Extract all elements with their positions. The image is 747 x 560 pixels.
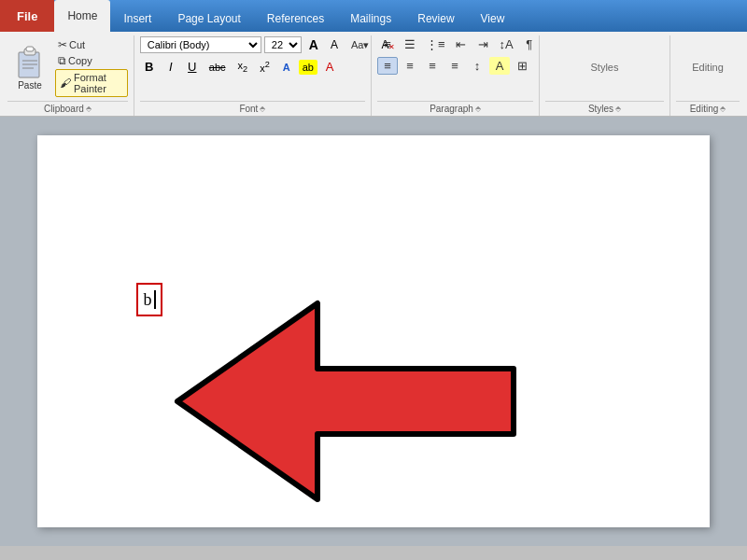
para-row-1: ≡ ☰ ⋮≡ ⇤ ⇥ ↕A ¶: [377, 35, 540, 53]
shrink-font-button[interactable]: A: [325, 36, 344, 53]
title-bar: File Home Insert Page Layout References …: [0, 0, 747, 32]
clipboard-items: Paste ✂ Cut ⧉ Copy 🖌 Format Painter: [7, 35, 128, 99]
text-cursor-box: b: [136, 283, 162, 316]
font-expand-icon[interactable]: ⬘: [260, 105, 265, 113]
font-items: Calibri (Body) 22 A A Aa▾ A✕ B I: [140, 35, 365, 99]
styles-expand-icon[interactable]: ⬘: [615, 105, 621, 113]
font-size-buttons: A A: [304, 35, 344, 54]
copy-button[interactable]: ⧉ Copy: [55, 53, 128, 68]
show-paragraph-button[interactable]: ¶: [519, 35, 540, 53]
tab-mailings[interactable]: Mailings: [337, 6, 404, 32]
clipboard-expand-icon[interactable]: ⬘: [86, 105, 92, 113]
font-size-select[interactable]: 22: [264, 36, 302, 53]
paste-button[interactable]: Paste: [7, 41, 52, 94]
svg-rect-2: [26, 47, 34, 51]
paragraph-items: ≡ ☰ ⋮≡ ⇤ ⇥ ↕A ¶ ≡ ≡ ≡ ≡ ↕ A ⊞: [377, 35, 533, 99]
para-row-2: ≡ ≡ ≡ ≡ ↕ A ⊞: [377, 57, 532, 75]
tab-references[interactable]: References: [254, 6, 337, 32]
styles-group: Styles Styles ⬘: [540, 35, 670, 116]
strikethrough-button[interactable]: abc: [204, 60, 231, 75]
copy-icon: ⧉: [58, 54, 66, 67]
tab-insert[interactable]: Insert: [110, 6, 164, 32]
paste-label: Paste: [18, 80, 42, 91]
bullets-button[interactable]: ≡: [377, 35, 398, 53]
highlight-button[interactable]: ab: [299, 60, 317, 75]
ribbon-content: Paste ✂ Cut ⧉ Copy 🖌 Format Painter: [0, 32, 747, 116]
font-row-2: B I U abc x2 x2 A ab A: [140, 58, 339, 76]
clipboard-group-label: Clipboard ⬘: [7, 101, 128, 116]
editing-items: Editing: [676, 35, 740, 99]
font-group: Calibri (Body) 22 A A Aa▾ A✕ B I: [134, 35, 372, 116]
svg-marker-6: [177, 303, 514, 499]
styles-label: Styles: [591, 62, 619, 73]
editing-group: Editing Editing ⬘: [670, 35, 745, 116]
editing-group-label: Editing ⬘: [676, 101, 740, 116]
scissors-icon: ✂: [58, 38, 67, 51]
shading-button[interactable]: A: [489, 57, 510, 75]
font-color-button[interactable]: A: [320, 58, 339, 76]
font-group-label: Font ⬘: [140, 101, 365, 116]
decrease-indent-button[interactable]: ⇤: [451, 35, 472, 53]
paragraph-expand-icon[interactable]: ⬘: [475, 105, 481, 113]
tab-home[interactable]: Home: [54, 0, 110, 32]
tab-review[interactable]: Review: [404, 6, 467, 32]
tab-view[interactable]: View: [468, 6, 518, 32]
document-page[interactable]: b: [37, 135, 710, 527]
font-name-select[interactable]: Calibri (Body): [140, 36, 261, 53]
text-effects-button[interactable]: A: [277, 60, 296, 75]
paragraph-group: ≡ ☰ ⋮≡ ⇤ ⇥ ↕A ¶ ≡ ≡ ≡ ≡ ↕ A ⊞: [372, 35, 540, 116]
underline-button[interactable]: U: [183, 58, 202, 76]
clipboard-small-buttons: ✂ Cut ⧉ Copy 🖌 Format Painter: [55, 37, 128, 97]
numbering-button[interactable]: ☰: [400, 35, 420, 53]
font-row-1: Calibri (Body) 22 A A Aa▾ A✕: [140, 35, 401, 54]
justify-button[interactable]: ≡: [444, 57, 465, 75]
arrow-svg: [168, 294, 523, 509]
align-right-button[interactable]: ≡: [422, 57, 443, 75]
italic-button[interactable]: I: [162, 58, 180, 76]
cursor-character: b: [144, 290, 152, 310]
styles-items: Styles: [545, 35, 664, 99]
editing-label: Editing: [692, 62, 724, 73]
format-painter-button[interactable]: 🖌 Format Painter: [55, 69, 128, 97]
paste-icon: [15, 45, 45, 80]
align-center-button[interactable]: ≡: [400, 57, 420, 75]
styles-group-label: Styles ⬘: [545, 101, 664, 116]
editing-expand-icon[interactable]: ⬘: [720, 105, 726, 113]
increase-indent-button[interactable]: ⇥: [473, 35, 494, 53]
subscript-button[interactable]: x2: [233, 58, 253, 76]
cut-button[interactable]: ✂ Cut: [55, 37, 128, 52]
border-button[interactable]: ⊞: [512, 57, 532, 75]
multilevel-list-button[interactable]: ⋮≡: [422, 35, 449, 53]
clipboard-group: Paste ✂ Cut ⧉ Copy 🖌 Format Painter: [2, 35, 134, 116]
file-tab[interactable]: File: [0, 0, 54, 32]
superscript-button[interactable]: x2: [255, 58, 275, 76]
change-case-button[interactable]: Aa▾: [346, 37, 374, 53]
grow-font-button[interactable]: A: [304, 35, 323, 54]
document-area: b: [0, 117, 747, 546]
sort-button[interactable]: ↕A: [496, 35, 517, 53]
line-spacing-button[interactable]: ↕: [467, 57, 487, 75]
arrow-pointer: [168, 294, 523, 509]
bold-button[interactable]: B: [140, 58, 159, 76]
text-insertion-cursor: [154, 290, 156, 309]
ribbon: Paste ✂ Cut ⧉ Copy 🖌 Format Painter: [0, 32, 747, 117]
tab-page-layout[interactable]: Page Layout: [164, 6, 253, 32]
paintbrush-icon: 🖌: [60, 77, 71, 90]
align-left-button[interactable]: ≡: [377, 57, 398, 75]
ribbon-tabs: Home Insert Page Layout References Maili…: [54, 0, 517, 32]
paragraph-group-label: Paragraph ⬘: [377, 101, 533, 116]
